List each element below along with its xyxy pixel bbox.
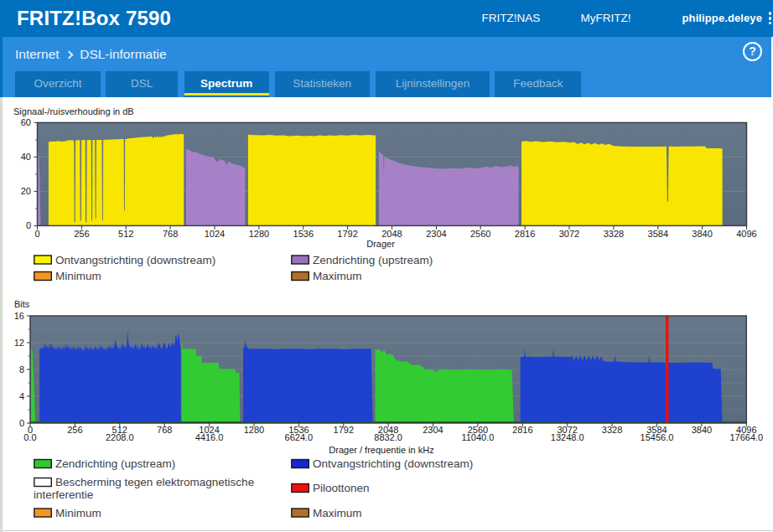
svg-text:16: 16 (14, 311, 24, 321)
svg-text:4416.0: 4416.0 (195, 432, 224, 442)
svg-text:3072: 3072 (559, 229, 579, 239)
svg-text:Minimum: Minimum (55, 507, 101, 519)
svg-text:1024: 1024 (205, 229, 225, 239)
svg-text:Piloottonen: Piloottonen (313, 482, 370, 494)
svg-text:Bits: Bits (14, 299, 30, 309)
svg-text:8: 8 (19, 364, 24, 374)
svg-text:768: 768 (157, 425, 172, 435)
svg-text:2304: 2304 (426, 229, 446, 239)
svg-text:Maximum: Maximum (313, 270, 362, 282)
svg-text:1280: 1280 (249, 229, 269, 239)
svg-text:12: 12 (14, 338, 24, 348)
svg-text:2816: 2816 (515, 229, 535, 239)
svg-text:17664.0: 17664.0 (729, 432, 763, 442)
svg-text:2560: 2560 (470, 229, 490, 239)
svg-text:2816: 2816 (512, 425, 532, 435)
svg-text:2304: 2304 (423, 425, 443, 435)
svg-text:Ontvangstrichting (downstream): Ontvangstrichting (downstream) (55, 254, 215, 266)
svg-text:0: 0 (26, 220, 31, 230)
svg-text:1792: 1792 (337, 229, 357, 239)
svg-text:11040.0: 11040.0 (461, 432, 494, 442)
svg-text:768: 768 (163, 229, 178, 239)
svg-text:1792: 1792 (334, 425, 354, 435)
svg-text:1280: 1280 (244, 425, 264, 435)
svg-text:256: 256 (67, 425, 82, 435)
svg-text:3584: 3584 (648, 229, 668, 239)
svg-text:Zendrichting (upstream): Zendrichting (upstream) (55, 457, 175, 470)
svg-text:512: 512 (118, 229, 133, 239)
svg-text:Bescherming tegen elektromagne: Bescherming tegen elektromagnetische (55, 476, 254, 488)
svg-text:60: 60 (21, 117, 31, 127)
svg-text:0: 0 (34, 229, 39, 239)
svg-text:3840: 3840 (692, 229, 712, 239)
svg-text:Zendrichting (upstream): Zendrichting (upstream) (313, 254, 433, 266)
svg-text:40: 40 (21, 152, 31, 162)
svg-text:0: 0 (19, 418, 24, 428)
svg-text:256: 256 (74, 229, 89, 239)
svg-text:13248.0: 13248.0 (551, 432, 584, 442)
svg-text:Minimum: Minimum (55, 270, 101, 282)
svg-text:4096: 4096 (736, 229, 756, 239)
svg-text:0.0: 0.0 (23, 432, 36, 442)
svg-text:15456.0: 15456.0 (641, 432, 674, 442)
svg-text:20: 20 (21, 186, 31, 196)
svg-text:Ontvangstrichting (downstream): Ontvangstrichting (downstream) (313, 457, 473, 470)
svg-text:6624.0: 6624.0 (285, 432, 314, 442)
svg-text:Drager: Drager (366, 239, 395, 249)
svg-text:1536: 1536 (293, 229, 314, 239)
svg-text:2208.0: 2208.0 (106, 432, 134, 442)
svg-text:Signaal-/ruisverhouding in dB: Signaal-/ruisverhouding in dB (13, 106, 134, 116)
svg-text:3328: 3328 (602, 425, 622, 435)
svg-text:Maximum: Maximum (313, 507, 362, 519)
svg-text:2048: 2048 (381, 229, 402, 239)
svg-text:3328: 3328 (604, 229, 624, 239)
svg-text:3840: 3840 (692, 425, 712, 435)
svg-text:8832.0: 8832.0 (374, 432, 402, 442)
svg-text:interferentie: interferentie (34, 488, 93, 501)
svg-text:4: 4 (19, 391, 24, 401)
svg-text:Drager / frequentie in kHz: Drager / frequentie in kHz (329, 445, 433, 455)
